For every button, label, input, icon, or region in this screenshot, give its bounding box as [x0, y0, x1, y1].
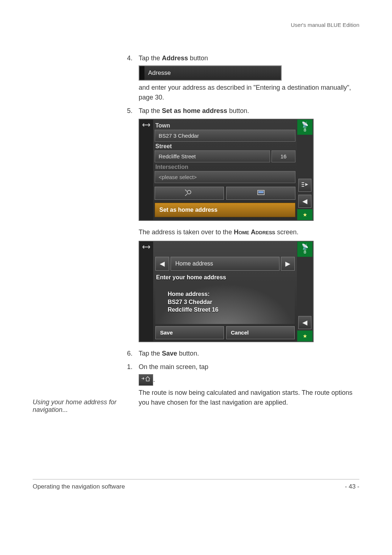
nav-step-1: 1. On the main screen, tap — [127, 362, 359, 372]
monitor-icon — [257, 190, 265, 197]
screen-title: Home address — [171, 257, 279, 271]
resize-icon[interactable] — [142, 121, 151, 129]
result-text-after: screen. — [275, 228, 298, 236]
adresse-label: Adresse — [148, 69, 171, 77]
step-4-continuation: and enter your address as described in "… — [139, 83, 359, 102]
addr-line-2: BS27 3 Cheddar — [168, 298, 291, 306]
resize-icon[interactable] — [142, 243, 151, 251]
satellite-icon: 📡 — [302, 122, 309, 127]
step-number: 5. — [127, 106, 139, 116]
home-address-screenshot: ◀ Home address ▶ Enter your home address… — [139, 241, 314, 342]
town-label: Town — [155, 122, 295, 129]
eu-stars-icon: ★ — [303, 333, 307, 339]
map-button[interactable] — [226, 187, 295, 200]
go-home-button[interactable] — [139, 374, 153, 386]
back-button[interactable]: ◀ — [298, 195, 311, 208]
period: . — [153, 376, 155, 383]
adresse-button-screenshot: Adresse — [139, 65, 282, 81]
house-number-input[interactable]: 16 — [271, 150, 295, 162]
step-bold: Address — [162, 54, 188, 62]
list-back-button[interactable] — [298, 179, 311, 192]
step-number: 6. — [127, 349, 139, 358]
arrow-home-icon — [141, 375, 151, 385]
locale-indicator[interactable]: ★ — [297, 209, 313, 220]
step-text-after: button. — [227, 107, 249, 114]
step-text-after: button. — [177, 350, 199, 357]
set-as-home-address-button[interactable]: Set as home address — [155, 203, 295, 217]
save-button[interactable]: Save — [155, 326, 224, 339]
step-text: Tap the — [139, 107, 162, 114]
gps-status[interactable]: 📡 8 — [297, 119, 313, 135]
satellite-count: 8 — [303, 249, 306, 255]
satellite-count: 8 — [303, 127, 306, 133]
back-button[interactable]: ◀ — [298, 316, 311, 329]
locale-indicator[interactable]: ★ — [297, 331, 313, 341]
result-text-before: The address is taken over to the — [139, 228, 234, 236]
step-bold: Save — [162, 350, 177, 357]
step-text: On the main screen, tap — [139, 363, 208, 370]
step-4: 4. Tap the Address button — [127, 53, 359, 63]
step-number: 1. — [127, 362, 139, 372]
intersection-label: Intersection — [155, 164, 295, 170]
gps-status[interactable]: 📡 8 — [297, 242, 313, 257]
step-number: 4. — [127, 53, 139, 63]
step-text: Tap the — [139, 350, 162, 357]
address-entry-screenshot: Town BS27 3 Cheddar Street Redcliffe Str… — [139, 119, 314, 221]
street-input[interactable]: Redcliffe Street — [155, 150, 270, 162]
nav-step-1-after: The route is now being calculated and na… — [139, 388, 359, 408]
step-text-after: button — [188, 54, 208, 62]
street-label: Street — [155, 143, 295, 150]
svg-rect-2 — [258, 191, 264, 193]
list-arrow-icon — [301, 182, 309, 189]
page-header: User's manual BLUE Edition — [33, 22, 359, 28]
cancel-button[interactable]: Cancel — [226, 326, 295, 339]
addr-line-3: Redcliffe Street 16 — [168, 306, 291, 314]
search-button[interactable] — [155, 187, 224, 200]
magnifier-icon — [184, 189, 195, 198]
satellite-icon: 📡 — [302, 244, 309, 249]
arrow-left-icon: ◀ — [302, 319, 307, 327]
footer-left: Operating the navigation software — [33, 483, 125, 490]
step-text: Tap the — [139, 54, 162, 62]
arrow-left-icon: ◀ — [160, 260, 165, 268]
addr-line-1: Home address: — [168, 290, 291, 298]
adresse-stripe — [139, 66, 144, 80]
step-5: 5. Tap the Set as home address button. — [127, 106, 359, 116]
side-note: Using your home address for navigation..… — [33, 398, 120, 414]
step-bold: Set as home address — [162, 107, 227, 114]
home-address-display: Home address: BS27 3 Cheddar Redcliffe S… — [155, 284, 295, 324]
panel-title: Enter your home address — [156, 274, 294, 281]
svg-point-0 — [187, 190, 191, 194]
town-input[interactable]: BS27 3 Cheddar — [155, 130, 295, 142]
home-address-smallcaps: Home Address — [234, 228, 275, 236]
eu-stars-icon: ★ — [303, 212, 307, 218]
next-button[interactable]: ▶ — [281, 257, 295, 271]
step-5-result: The address is taken over to the Home Ad… — [139, 227, 359, 237]
prev-button[interactable]: ◀ — [155, 257, 169, 271]
intersection-input[interactable]: <please select> — [155, 171, 295, 183]
footer-right: - 43 - — [345, 483, 359, 490]
step-6: 6. Tap the Save button. — [127, 349, 359, 358]
arrow-right-icon: ▶ — [285, 260, 290, 268]
arrow-left-icon: ◀ — [302, 197, 307, 205]
